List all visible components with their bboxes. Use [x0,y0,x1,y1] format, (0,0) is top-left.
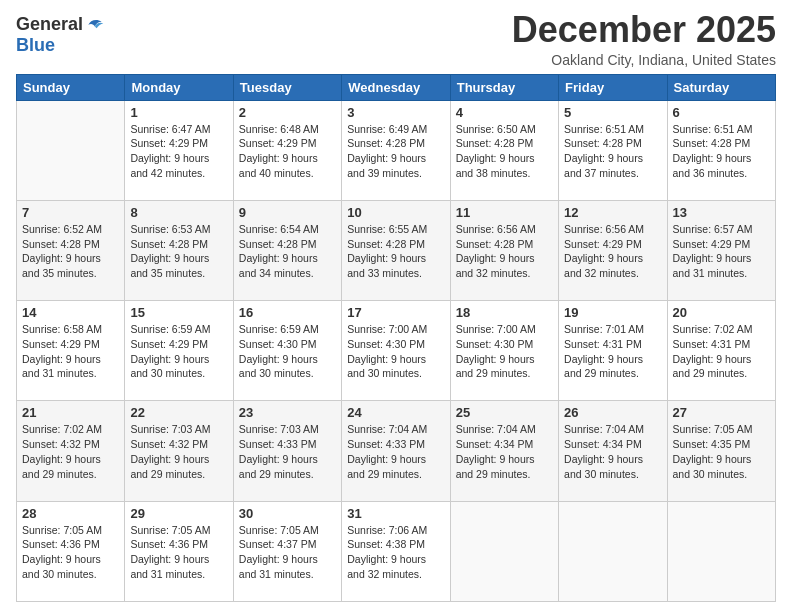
calendar-cell: 3Sunrise: 6:49 AMSunset: 4:28 PMDaylight… [342,100,450,200]
day-info: Sunrise: 6:56 AMSunset: 4:28 PMDaylight:… [456,222,553,281]
day-number: 1 [130,105,227,120]
day-info: Sunrise: 6:59 AMSunset: 4:29 PMDaylight:… [130,322,227,381]
day-header-wednesday: Wednesday [342,74,450,100]
day-number: 11 [456,205,553,220]
calendar-week-3: 14Sunrise: 6:58 AMSunset: 4:29 PMDayligh… [17,301,776,401]
calendar-cell: 27Sunrise: 7:05 AMSunset: 4:35 PMDayligh… [667,401,775,501]
day-info: Sunrise: 6:53 AMSunset: 4:28 PMDaylight:… [130,222,227,281]
calendar-cell: 10Sunrise: 6:55 AMSunset: 4:28 PMDayligh… [342,200,450,300]
day-number: 5 [564,105,661,120]
calendar-cell: 16Sunrise: 6:59 AMSunset: 4:30 PMDayligh… [233,301,341,401]
day-info: Sunrise: 6:54 AMSunset: 4:28 PMDaylight:… [239,222,336,281]
calendar-cell: 26Sunrise: 7:04 AMSunset: 4:34 PMDayligh… [559,401,667,501]
calendar-cell: 11Sunrise: 6:56 AMSunset: 4:28 PMDayligh… [450,200,558,300]
calendar-cell: 2Sunrise: 6:48 AMSunset: 4:29 PMDaylight… [233,100,341,200]
calendar-cell: 12Sunrise: 6:56 AMSunset: 4:29 PMDayligh… [559,200,667,300]
day-info: Sunrise: 7:01 AMSunset: 4:31 PMDaylight:… [564,322,661,381]
day-info: Sunrise: 6:59 AMSunset: 4:30 PMDaylight:… [239,322,336,381]
calendar-cell: 4Sunrise: 6:50 AMSunset: 4:28 PMDaylight… [450,100,558,200]
day-info: Sunrise: 7:03 AMSunset: 4:32 PMDaylight:… [130,422,227,481]
day-number: 10 [347,205,444,220]
day-info: Sunrise: 7:05 AMSunset: 4:36 PMDaylight:… [22,523,119,582]
day-header-monday: Monday [125,74,233,100]
day-number: 31 [347,506,444,521]
day-info: Sunrise: 7:05 AMSunset: 4:35 PMDaylight:… [673,422,770,481]
day-number: 22 [130,405,227,420]
day-info: Sunrise: 7:02 AMSunset: 4:32 PMDaylight:… [22,422,119,481]
calendar-cell: 29Sunrise: 7:05 AMSunset: 4:36 PMDayligh… [125,501,233,601]
day-info: Sunrise: 6:51 AMSunset: 4:28 PMDaylight:… [673,122,770,181]
day-number: 21 [22,405,119,420]
day-info: Sunrise: 6:51 AMSunset: 4:28 PMDaylight:… [564,122,661,181]
day-info: Sunrise: 6:47 AMSunset: 4:29 PMDaylight:… [130,122,227,181]
day-info: Sunrise: 7:06 AMSunset: 4:38 PMDaylight:… [347,523,444,582]
main-container: General Blue December 2025 Oakland City,… [0,0,792,612]
day-header-thursday: Thursday [450,74,558,100]
day-number: 23 [239,405,336,420]
day-info: Sunrise: 7:05 AMSunset: 4:36 PMDaylight:… [130,523,227,582]
calendar-cell: 31Sunrise: 7:06 AMSunset: 4:38 PMDayligh… [342,501,450,601]
calendar-week-4: 21Sunrise: 7:02 AMSunset: 4:32 PMDayligh… [17,401,776,501]
calendar-cell: 25Sunrise: 7:04 AMSunset: 4:34 PMDayligh… [450,401,558,501]
day-number: 24 [347,405,444,420]
calendar-week-1: 1Sunrise: 6:47 AMSunset: 4:29 PMDaylight… [17,100,776,200]
day-info: Sunrise: 6:58 AMSunset: 4:29 PMDaylight:… [22,322,119,381]
calendar-cell: 19Sunrise: 7:01 AMSunset: 4:31 PMDayligh… [559,301,667,401]
calendar-cell: 21Sunrise: 7:02 AMSunset: 4:32 PMDayligh… [17,401,125,501]
calendar-cell: 18Sunrise: 7:00 AMSunset: 4:30 PMDayligh… [450,301,558,401]
day-number: 4 [456,105,553,120]
day-number: 7 [22,205,119,220]
calendar-cell: 9Sunrise: 6:54 AMSunset: 4:28 PMDaylight… [233,200,341,300]
calendar-cell: 15Sunrise: 6:59 AMSunset: 4:29 PMDayligh… [125,301,233,401]
day-info: Sunrise: 7:00 AMSunset: 4:30 PMDaylight:… [456,322,553,381]
calendar-cell: 13Sunrise: 6:57 AMSunset: 4:29 PMDayligh… [667,200,775,300]
day-info: Sunrise: 6:57 AMSunset: 4:29 PMDaylight:… [673,222,770,281]
day-number: 17 [347,305,444,320]
calendar-cell: 6Sunrise: 6:51 AMSunset: 4:28 PMDaylight… [667,100,775,200]
calendar-cell: 5Sunrise: 6:51 AMSunset: 4:28 PMDaylight… [559,100,667,200]
day-info: Sunrise: 6:55 AMSunset: 4:28 PMDaylight:… [347,222,444,281]
day-number: 9 [239,205,336,220]
logo-general-text: General [16,14,83,35]
day-info: Sunrise: 7:04 AMSunset: 4:34 PMDaylight:… [456,422,553,481]
title-section: December 2025 Oakland City, Indiana, Uni… [512,10,776,68]
calendar-cell: 7Sunrise: 6:52 AMSunset: 4:28 PMDaylight… [17,200,125,300]
day-number: 14 [22,305,119,320]
calendar-cell [667,501,775,601]
day-info: Sunrise: 6:48 AMSunset: 4:29 PMDaylight:… [239,122,336,181]
calendar-cell: 14Sunrise: 6:58 AMSunset: 4:29 PMDayligh… [17,301,125,401]
day-header-sunday: Sunday [17,74,125,100]
day-number: 19 [564,305,661,320]
calendar-cell: 20Sunrise: 7:02 AMSunset: 4:31 PMDayligh… [667,301,775,401]
day-number: 2 [239,105,336,120]
calendar-cell: 8Sunrise: 6:53 AMSunset: 4:28 PMDaylight… [125,200,233,300]
day-number: 28 [22,506,119,521]
day-info: Sunrise: 7:04 AMSunset: 4:34 PMDaylight:… [564,422,661,481]
calendar-week-5: 28Sunrise: 7:05 AMSunset: 4:36 PMDayligh… [17,501,776,601]
day-info: Sunrise: 7:02 AMSunset: 4:31 PMDaylight:… [673,322,770,381]
day-info: Sunrise: 6:52 AMSunset: 4:28 PMDaylight:… [22,222,119,281]
day-number: 29 [130,506,227,521]
day-number: 25 [456,405,553,420]
calendar-cell: 30Sunrise: 7:05 AMSunset: 4:37 PMDayligh… [233,501,341,601]
month-title: December 2025 [512,10,776,50]
day-number: 12 [564,205,661,220]
day-number: 6 [673,105,770,120]
calendar-cell [450,501,558,601]
header: General Blue December 2025 Oakland City,… [16,10,776,68]
day-number: 26 [564,405,661,420]
calendar-cell: 17Sunrise: 7:00 AMSunset: 4:30 PMDayligh… [342,301,450,401]
logo-bird-icon [85,15,105,35]
calendar-cell: 24Sunrise: 7:04 AMSunset: 4:33 PMDayligh… [342,401,450,501]
calendar-cell [559,501,667,601]
day-header-tuesday: Tuesday [233,74,341,100]
day-info: Sunrise: 6:56 AMSunset: 4:29 PMDaylight:… [564,222,661,281]
day-number: 20 [673,305,770,320]
calendar-cell [17,100,125,200]
calendar-cell: 28Sunrise: 7:05 AMSunset: 4:36 PMDayligh… [17,501,125,601]
day-number: 3 [347,105,444,120]
day-number: 15 [130,305,227,320]
day-number: 13 [673,205,770,220]
calendar-cell: 23Sunrise: 7:03 AMSunset: 4:33 PMDayligh… [233,401,341,501]
day-number: 27 [673,405,770,420]
